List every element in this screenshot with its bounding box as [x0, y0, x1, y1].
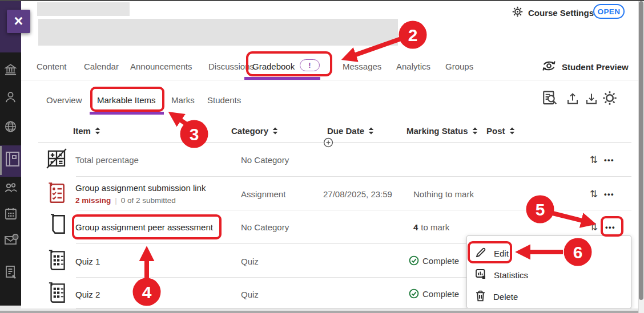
redacted-course-title	[38, 19, 398, 46]
submitted-count: 0 of 2 submitted	[121, 196, 176, 205]
upload-icon[interactable]	[566, 92, 579, 108]
item-name[interactable]: Group assignment peer assessment	[75, 222, 213, 232]
complete-check-icon	[409, 288, 419, 301]
quiz-item-icon	[45, 280, 69, 307]
close-icon: ×	[14, 14, 23, 29]
item-submission-summary: 2 missing|0 of 2 submitted	[75, 196, 176, 205]
tab-discussions[interactable]: Discussions	[208, 62, 254, 71]
gradebook-page: × Course Settings OPEN Content Calendar …	[0, 0, 644, 313]
open-status-badge[interactable]: OPEN	[593, 4, 625, 19]
more-options-icon[interactable]: •••	[604, 156, 614, 164]
annotation-circle-5	[526, 196, 554, 223]
column-header-category[interactable]: Category	[231, 126, 278, 136]
close-panel-button[interactable]: ×	[7, 10, 30, 33]
summary-divider: |	[115, 196, 117, 205]
subtab-markable-items[interactable]: Markable Items	[97, 95, 156, 105]
tab-announcements[interactable]: Announcements	[130, 62, 192, 71]
annotation-step-label: 4	[142, 283, 152, 302]
gradebook-active-underline	[244, 77, 320, 80]
add-column-icon[interactable]	[323, 137, 333, 150]
tab-analytics[interactable]: Analytics	[396, 62, 430, 71]
reorder-icon[interactable]: ⇅	[590, 154, 598, 166]
item-name[interactable]: Quiz 2	[75, 290, 100, 299]
column-label: Due Date	[327, 126, 364, 136]
annotation-circle-4	[133, 278, 161, 306]
statistics-icon	[475, 269, 486, 282]
item-category: Quiz	[241, 290, 259, 299]
column-header-item[interactable]: Item	[73, 126, 100, 136]
subtab-marks[interactable]: Marks	[171, 95, 195, 105]
assignment-item-icon	[45, 181, 67, 207]
groups-nav-icon[interactable]	[4, 181, 18, 197]
item-marking-status: Complete	[422, 289, 459, 299]
menu-item-statistics[interactable]: Statistics	[475, 269, 528, 282]
student-preview-button[interactable]: Student Preview	[541, 60, 629, 74]
window-bottom-edge	[0, 311, 644, 313]
header-divider	[38, 143, 631, 143]
column-label: Marking Status	[406, 126, 468, 136]
messages-nav-icon[interactable]	[4, 233, 19, 250]
tab-calendar[interactable]: Calendar	[84, 62, 119, 71]
item-name[interactable]: Group assignment submission link	[75, 183, 206, 193]
to-mark-text: to mark	[421, 222, 449, 232]
globe-icon[interactable]	[4, 120, 17, 136]
student-preview-icon	[541, 60, 557, 74]
student-preview-label: Student Preview	[562, 62, 629, 72]
row-divider	[76, 176, 631, 177]
redacted-course-id	[37, 2, 130, 16]
download-icon[interactable]	[585, 92, 598, 108]
annotation-step-label: 3	[190, 125, 199, 144]
reorder-icon[interactable]: ⇅	[590, 188, 598, 200]
subtab-overview[interactable]: Overview	[46, 95, 82, 105]
column-header-marking-status[interactable]: Marking Status	[406, 126, 478, 136]
reorder-icon[interactable]: ⇅	[590, 221, 598, 233]
course-settings-label: Course Settings	[528, 8, 594, 18]
menu-item-label: Edit	[494, 249, 509, 258]
arrow-step-5	[548, 212, 591, 223]
gradebook-settings-icon[interactable]	[602, 90, 618, 108]
item-marking-status: 4to mark	[413, 222, 449, 232]
tab-content[interactable]: Content	[37, 62, 67, 71]
trash-icon	[475, 290, 486, 303]
scrollbar-thumb[interactable]	[639, 1, 643, 300]
column-header-due-date[interactable]: Due Date	[327, 126, 374, 136]
window-top-edge	[0, 0, 644, 1]
menu-item-delete[interactable]: Delete	[475, 290, 518, 303]
column-label: Post	[486, 126, 505, 136]
tab-groups[interactable]: Groups	[445, 62, 473, 71]
item-category: No Category	[241, 155, 289, 165]
institution-icon[interactable]	[4, 63, 17, 79]
annotation-circle-2	[399, 21, 427, 49]
item-name[interactable]: Quiz 1	[75, 257, 100, 266]
gradebook-alert-label: !	[308, 61, 311, 70]
gear-icon	[512, 6, 524, 20]
sort-icon	[472, 127, 478, 135]
sort-icon	[95, 127, 100, 135]
missing-count: 2 missing	[75, 196, 111, 205]
gradebook-alert-badge: !	[300, 59, 320, 71]
sort-icon	[368, 127, 374, 135]
menu-item-edit[interactable]: Edit	[475, 247, 509, 260]
item-name[interactable]: Total percentage	[75, 155, 139, 165]
profile-icon[interactable]	[4, 90, 17, 106]
item-context-menu: Edit Statistics Delete	[466, 235, 631, 308]
item-marking-status: Nothing to mark	[413, 189, 474, 199]
nav-divider	[21, 80, 638, 80]
column-header-post[interactable]: Post	[486, 126, 515, 136]
tab-messages[interactable]: Messages	[343, 62, 381, 71]
journal-nav-icon[interactable]	[4, 265, 18, 282]
more-options-icon[interactable]: •••	[604, 190, 614, 198]
sort-icon	[272, 127, 278, 135]
sidebar-scroll-sliver	[0, 146, 2, 175]
subtab-students[interactable]: Students	[207, 95, 241, 105]
calendar-nav-icon[interactable]	[4, 206, 18, 223]
quiz-item-icon	[45, 247, 69, 275]
item-category: Assignment	[241, 189, 285, 199]
calculated-item-icon	[45, 147, 68, 172]
tab-gradebook[interactable]: Gradebook	[252, 62, 295, 71]
course-settings-button[interactable]: Course Settings	[512, 6, 594, 20]
gradebook-nav-icon[interactable]	[5, 151, 20, 170]
search-items-icon[interactable]	[542, 90, 558, 109]
more-options-icon[interactable]: •••	[605, 223, 615, 231]
markable-items-active-underline	[90, 112, 164, 115]
